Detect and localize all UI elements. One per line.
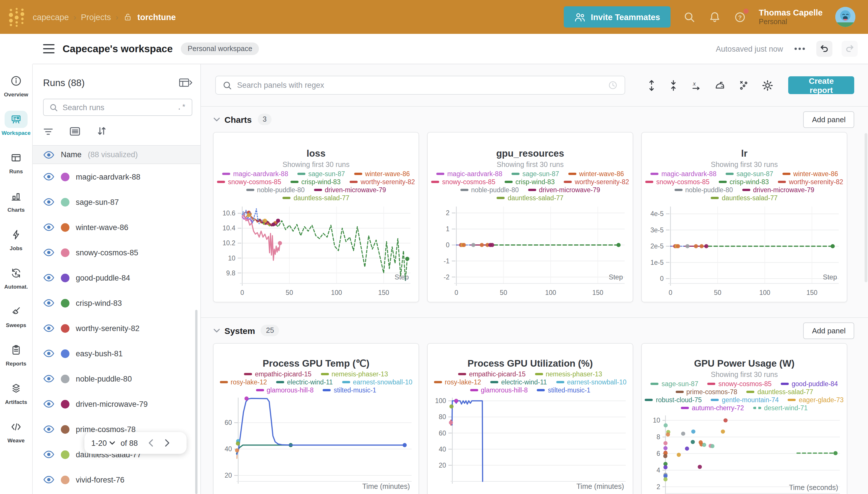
settings-gear-icon[interactable] bbox=[762, 79, 774, 91]
search-history-icon[interactable] bbox=[608, 80, 618, 90]
sidebar-item-jobs[interactable]: Jobs bbox=[1, 226, 32, 257]
legend-item[interactable]: winter-wave-86 bbox=[354, 170, 410, 178]
legend-item[interactable]: autumn-cherry-72 bbox=[681, 404, 744, 412]
legend-item[interactable]: driven-microwave-79 bbox=[314, 186, 386, 194]
legend-item[interactable]: dauntless-salad-77 bbox=[711, 194, 778, 202]
run-row[interactable]: magic-aardvark-88 bbox=[33, 164, 200, 189]
legend-item[interactable]: noble-puddle-80 bbox=[460, 186, 519, 194]
visibility-eye-icon[interactable] bbox=[43, 450, 55, 458]
chart-panel-loss[interactable]: lossShowing first 30 runsmagic-aardvark-… bbox=[213, 132, 419, 302]
runs-search-input[interactable] bbox=[62, 103, 172, 112]
legend-item[interactable]: rosy-lake-12 bbox=[220, 378, 267, 386]
chart-plot-lr[interactable]: 4e-53e-52e-51e-50050100150Step bbox=[642, 203, 847, 302]
run-row[interactable]: good-puddle-84 bbox=[33, 265, 200, 290]
filter-icon[interactable] bbox=[43, 127, 53, 136]
add-panel-button[interactable]: Add panel bbox=[804, 111, 854, 128]
runs-table-expand-icon[interactable] bbox=[179, 77, 192, 88]
charts-section-label[interactable]: Charts bbox=[224, 114, 252, 124]
sidebar-item-overview[interactable]: Overview bbox=[1, 72, 32, 103]
breadcrumb-project-name[interactable]: torchtune bbox=[137, 12, 176, 21]
legend-item[interactable]: worthy-serenity-82 bbox=[778, 178, 843, 186]
legend-item[interactable]: electric-wind-11 bbox=[490, 378, 547, 386]
help-icon[interactable]: ? bbox=[734, 11, 746, 23]
sidebar-item-weave[interactable]: Weave bbox=[1, 418, 32, 449]
visibility-eye-icon[interactable] bbox=[43, 151, 55, 159]
legend-item[interactable]: eager-glade-73 bbox=[788, 396, 844, 404]
runs-scrollbar[interactable] bbox=[195, 310, 198, 494]
legend-item[interactable]: glamorous-hill-8 bbox=[470, 386, 528, 394]
visibility-eye-icon[interactable] bbox=[43, 349, 55, 358]
legend-item[interactable]: dauntless-salad-77 bbox=[746, 388, 813, 396]
sidebar-item-workspace[interactable]: Workspace bbox=[1, 111, 32, 142]
legend-item[interactable]: sage-sun-87 bbox=[512, 170, 559, 178]
sidebar-item-automat[interactable]: Automat. bbox=[1, 265, 32, 296]
sidebar-item-sweeps[interactable]: Sweeps bbox=[1, 303, 32, 334]
next-page-button[interactable] bbox=[165, 439, 170, 447]
legend-item[interactable]: robust-cloud-75 bbox=[645, 396, 702, 404]
legend-item[interactable]: sage-sun-87 bbox=[651, 380, 698, 388]
main-scrollbar[interactable] bbox=[865, 133, 867, 282]
legend-item[interactable]: snowy-cosmos-85 bbox=[707, 380, 772, 388]
user-menu[interactable]: Thomas Capelle Personal bbox=[759, 7, 823, 27]
visibility-eye-icon[interactable] bbox=[43, 173, 55, 181]
wandb-logo-icon[interactable] bbox=[0, 6, 33, 27]
legend-item[interactable]: winter-wave-86 bbox=[782, 170, 838, 178]
chart-panel-gpu_util[interactable]: Process GPU Utilization (%)empathic-pica… bbox=[427, 343, 633, 494]
legend-item[interactable]: crisp-wind-83 bbox=[719, 178, 769, 186]
create-report-button[interactable]: Create report bbox=[789, 76, 854, 94]
outliers-icon[interactable] bbox=[739, 80, 750, 91]
run-row[interactable]: driven-microwave-79 bbox=[33, 391, 200, 417]
regex-toggle[interactable]: .* bbox=[177, 103, 186, 112]
legend-item[interactable]: magic-aardvark-88 bbox=[222, 170, 288, 178]
page-range-dropdown[interactable]: 1-20 bbox=[91, 439, 115, 447]
visibility-eye-icon[interactable] bbox=[43, 375, 55, 383]
visibility-eye-icon[interactable] bbox=[43, 400, 55, 408]
legend-item[interactable]: snowy-cosmos-85 bbox=[217, 178, 281, 186]
sidebar-item-reports[interactable]: Reports bbox=[1, 341, 32, 372]
undo-button[interactable] bbox=[816, 41, 832, 57]
visibility-eye-icon[interactable] bbox=[43, 324, 55, 332]
chart-plot-gpu_util[interactable]: 10080604020Time (minutes) bbox=[428, 395, 633, 494]
run-row[interactable]: easy-bush-81 bbox=[33, 341, 200, 366]
sidebar-item-artifacts[interactable]: Artifacts bbox=[1, 380, 32, 411]
visibility-eye-icon[interactable] bbox=[43, 198, 55, 206]
chart-panel-lr[interactable]: lrShowing first 30 runsmagic-aardvark-88… bbox=[641, 132, 847, 302]
legend-item[interactable]: noble-puddle-80 bbox=[246, 186, 304, 194]
smoothing-icon[interactable] bbox=[715, 80, 726, 91]
search-icon[interactable] bbox=[683, 11, 696, 23]
visibility-eye-icon[interactable] bbox=[43, 299, 55, 307]
legend-item[interactable]: worthy-serenity-82 bbox=[350, 178, 415, 186]
legend-item[interactable]: glamorous-hill-8 bbox=[256, 386, 314, 394]
legend-item[interactable]: magic-aardvark-88 bbox=[436, 170, 502, 178]
legend-item[interactable]: nemesis-phaser-13 bbox=[535, 370, 602, 378]
add-panel-button[interactable]: Add panel bbox=[804, 322, 854, 339]
legend-item[interactable]: crisp-wind-83 bbox=[291, 178, 341, 186]
chart-plot-gpu_resources[interactable]: 210-1-2050100150Step bbox=[428, 203, 633, 302]
system-section-label[interactable]: System bbox=[224, 326, 255, 335]
run-row[interactable]: worthy-serenity-82 bbox=[33, 316, 200, 341]
invite-teammates-button[interactable]: Invite Teammates bbox=[564, 6, 670, 27]
chevron-down-icon[interactable] bbox=[214, 328, 220, 332]
visibility-eye-icon[interactable] bbox=[43, 274, 55, 282]
hamburger-menu-icon[interactable] bbox=[43, 44, 55, 53]
sort-icon[interactable] bbox=[96, 126, 107, 136]
visibility-eye-icon[interactable] bbox=[43, 248, 55, 256]
legend-item[interactable]: winter-wave-86 bbox=[568, 170, 624, 178]
visibility-eye-icon[interactable] bbox=[43, 425, 55, 433]
sidebar-item-charts[interactable]: Charts bbox=[1, 188, 32, 218]
visibility-eye-icon[interactable] bbox=[43, 223, 55, 231]
visibility-eye-icon[interactable] bbox=[43, 476, 55, 484]
legend-item[interactable]: rosy-lake-12 bbox=[434, 378, 481, 386]
more-options-icon[interactable] bbox=[792, 45, 807, 52]
legend-item[interactable]: empathic-picard-15 bbox=[244, 370, 311, 378]
chart-panel-gpu_temp[interactable]: Process GPU Temp (℃)empathic-picard-15ne… bbox=[213, 343, 419, 494]
legend-item[interactable]: empathic-picard-15 bbox=[458, 370, 525, 378]
run-row[interactable]: winter-wave-86 bbox=[33, 214, 200, 240]
legend-item[interactable]: prime-cosmos-78 bbox=[676, 388, 737, 396]
redo-button[interactable] bbox=[842, 41, 858, 57]
breadcrumb-projects[interactable]: Projects bbox=[81, 12, 111, 21]
legend-item[interactable]: driven-microwave-79 bbox=[742, 186, 814, 194]
legend-item[interactable]: magic-aardvark-88 bbox=[650, 170, 717, 178]
sidebar-item-runs[interactable]: Runs bbox=[1, 149, 32, 180]
legend-item[interactable]: dauntless-salad-77 bbox=[497, 194, 564, 202]
